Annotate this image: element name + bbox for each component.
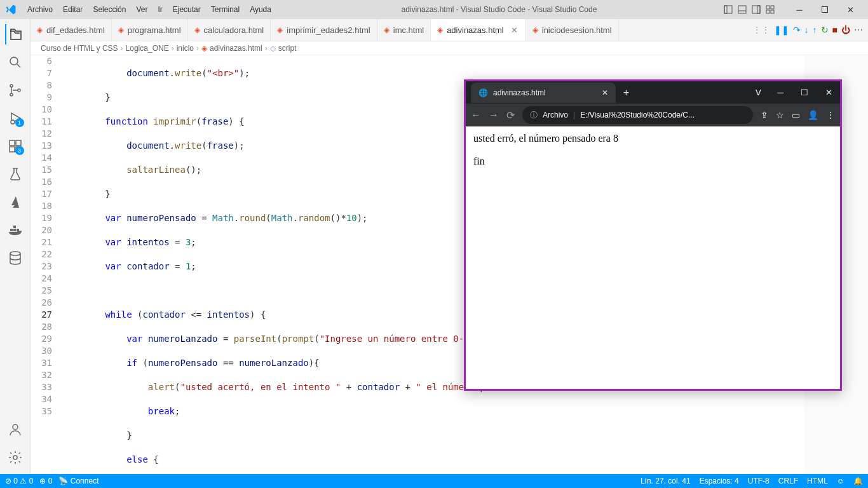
status-feedback-icon[interactable]: ☺: [837, 477, 844, 485]
menu-ejecutar[interactable]: Ejecutar: [168, 3, 205, 17]
tab-programa[interactable]: ◈programa.html: [112, 19, 188, 41]
browser-titlebar[interactable]: 🌐 adivinazas.html ✕ + ᐯ ─ ☐ ✕: [466, 81, 840, 104]
menu-terminal[interactable]: Terminal: [207, 3, 244, 17]
status-encoding[interactable]: UTF-8: [748, 477, 770, 485]
toggle-primary-sidebar-icon[interactable]: [722, 4, 734, 15]
html-file-icon: ◈: [437, 25, 443, 34]
breadcrumb-item[interactable]: adivinazas.html: [210, 44, 262, 53]
svg-rect-7: [771, 6, 774, 9]
status-notifications-icon[interactable]: 🔔: [853, 477, 863, 485]
explorer-icon[interactable]: [5, 24, 25, 44]
menu-ver[interactable]: Ver: [132, 3, 152, 17]
bookmark-icon[interactable]: ☆: [776, 110, 784, 120]
tab-adivinazas[interactable]: ◈adivinazas.html✕: [431, 19, 526, 41]
html-file-icon: ◈: [384, 25, 390, 34]
debug-step-over-icon[interactable]: ↷: [793, 25, 801, 35]
more-actions-icon[interactable]: ⋯: [854, 25, 863, 35]
status-errors[interactable]: ⊘ 0 ⚠ 0: [5, 477, 33, 485]
docker-icon[interactable]: [5, 220, 25, 240]
toggle-secondary-sidebar-icon[interactable]: [750, 4, 762, 15]
debug-toolbar: ⋮⋮ ❚❚ ↷ ↓ ↑ ↻ ■ ⏻ ⋯: [747, 19, 868, 41]
browser-viewport: usted erró, el número pensado era 8 fin: [466, 126, 840, 389]
source-control-icon[interactable]: [5, 80, 25, 100]
breadcrumbs[interactable]: Curso de HTML y CSS› Logica_ONE› inicio›…: [31, 41, 868, 55]
status-indent[interactable]: Espacios: 4: [700, 477, 739, 485]
browser-close-icon[interactable]: ✕: [817, 83, 840, 102]
tab-close-icon[interactable]: ✕: [510, 25, 519, 35]
chevron-down-icon[interactable]: ᐯ: [749, 83, 768, 102]
svg-rect-19: [10, 147, 15, 152]
svg-rect-6: [766, 6, 770, 9]
database-icon[interactable]: [5, 248, 25, 268]
status-bar: ⊘ 0 ⚠ 0 ⊕ 0 📡 Connect Lín. 27, col. 41 E…: [0, 474, 868, 488]
debug-step-out-icon[interactable]: ↑: [813, 25, 817, 35]
menu-seleccion[interactable]: Selección: [88, 3, 130, 17]
debug-step-into-icon[interactable]: ↓: [804, 25, 809, 35]
html-file-icon: ◈: [532, 25, 538, 34]
svg-rect-22: [13, 229, 16, 231]
browser-tab-close-icon[interactable]: ✕: [602, 88, 608, 97]
toggle-panel-icon[interactable]: [736, 4, 748, 15]
reload-icon[interactable]: ⟳: [506, 109, 515, 121]
browser-tab[interactable]: 🌐 adivinazas.html ✕: [471, 83, 616, 103]
reading-list-icon[interactable]: ▭: [792, 110, 800, 120]
html-file-icon: ◈: [201, 44, 207, 53]
debug-restart-icon[interactable]: ↻: [821, 25, 829, 35]
tab-imc[interactable]: ◈imc.html: [377, 19, 431, 41]
new-tab-icon[interactable]: +: [623, 87, 629, 98]
breadcrumb-item[interactable]: Curso de HTML y CSS: [41, 44, 118, 53]
status-port[interactable]: ⊕ 0: [39, 477, 52, 485]
menu-ayuda[interactable]: Ayuda: [245, 3, 276, 17]
browser-minimize-icon[interactable]: ─: [769, 83, 792, 102]
url-bar[interactable]: ⓘ Archivo | E:/Visual%20Studio%20Code/C.…: [522, 106, 753, 124]
html-file-icon: ◈: [277, 25, 283, 34]
site-info-icon[interactable]: ⓘ: [530, 110, 538, 121]
browser-menu-icon[interactable]: ⋮: [826, 110, 835, 120]
tab-dif-edades[interactable]: ◈dif_edades.html: [31, 19, 112, 41]
accounts-icon[interactable]: [5, 419, 25, 440]
customize-layout-icon[interactable]: [764, 4, 776, 15]
breadcrumb-item[interactable]: script: [278, 44, 297, 53]
line-gutter: 6789101112131415161718192021222324252627…: [31, 55, 62, 474]
menu-archivo[interactable]: Archivo: [23, 3, 57, 17]
menu-editar[interactable]: Editar: [58, 3, 87, 17]
breadcrumb-item[interactable]: Logica_ONE: [126, 44, 169, 53]
profile-icon[interactable]: 👤: [808, 110, 818, 120]
debug-stop-icon[interactable]: ■: [832, 25, 837, 35]
svg-point-26: [13, 424, 18, 430]
search-icon[interactable]: [5, 52, 25, 72]
tab-iniciodesesion[interactable]: ◈iniciodesesion.html: [526, 19, 619, 41]
forward-icon[interactable]: →: [489, 109, 499, 121]
svg-point-27: [13, 456, 17, 459]
status-cursor-pos[interactable]: Lín. 27, col. 41: [641, 477, 691, 485]
status-connect[interactable]: 📡 Connect: [58, 477, 98, 485]
minimize-icon[interactable]: ─: [787, 0, 812, 19]
share-icon[interactable]: ⇪: [761, 110, 768, 120]
tab-imprimir-edades2[interactable]: ◈imprimir_edades2.html: [271, 19, 377, 41]
menubar: Archivo Editar Selección Ver Ir Ejecutar…: [23, 3, 276, 17]
back-icon[interactable]: ←: [471, 109, 481, 121]
tab-calculadora[interactable]: ◈calculadora.html: [188, 19, 271, 41]
globe-icon: 🌐: [478, 88, 488, 97]
close-window-icon[interactable]: ✕: [837, 0, 863, 19]
run-debug-icon[interactable]: 1: [5, 108, 25, 128]
debug-disconnect-icon[interactable]: ⏻: [841, 25, 850, 35]
azure-icon[interactable]: [5, 192, 25, 212]
editor-tabs: ◈dif_edades.html ◈programa.html ◈calcula…: [31, 19, 868, 41]
html-file-icon: ◈: [194, 25, 200, 34]
status-language[interactable]: HTML: [807, 477, 828, 485]
browser-maximize-icon[interactable]: ☐: [793, 83, 816, 102]
menu-ir[interactable]: Ir: [153, 3, 166, 17]
status-eol[interactable]: CRLF: [778, 477, 798, 485]
svg-rect-8: [766, 10, 770, 13]
svg-rect-0: [724, 6, 732, 13]
script-icon: ◇: [270, 44, 276, 53]
activity-bar: 1 3: [0, 19, 31, 474]
settings-gear-icon[interactable]: [5, 447, 25, 468]
maximize-icon[interactable]: [812, 0, 837, 19]
breadcrumb-item[interactable]: inicio: [177, 44, 194, 53]
debug-pause-icon[interactable]: ❚❚: [774, 25, 789, 35]
testing-icon[interactable]: [5, 164, 25, 184]
drag-handle-icon[interactable]: ⋮⋮: [752, 25, 770, 35]
extensions-icon[interactable]: 3: [5, 136, 25, 156]
